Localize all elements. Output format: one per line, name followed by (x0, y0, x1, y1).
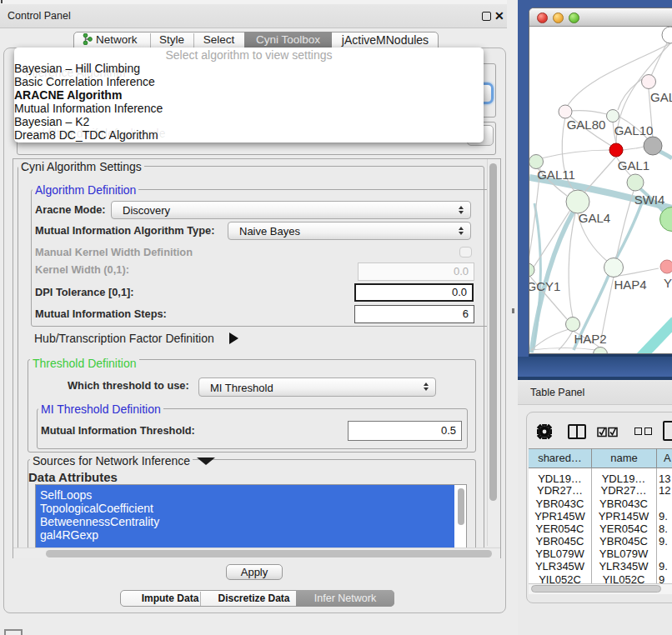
svg-text:HAP4: HAP4 (614, 278, 646, 292)
svg-text:GAL1: GAL1 (618, 158, 649, 172)
svg-text:GAL80: GAL80 (567, 118, 606, 132)
svg-text:SWI4: SWI4 (634, 192, 665, 207)
svg-text:GCY1: GCY1 (529, 279, 560, 293)
svg-text:GAL4: GAL4 (579, 211, 610, 225)
svg-text:YM: YM (664, 276, 672, 290)
svg-text:GAL11: GAL11 (537, 168, 575, 182)
svg-text:GAL3: GAL3 (650, 90, 672, 104)
svg-text:HAP2: HAP2 (574, 332, 606, 346)
svg-text:GAL10: GAL10 (614, 123, 654, 138)
